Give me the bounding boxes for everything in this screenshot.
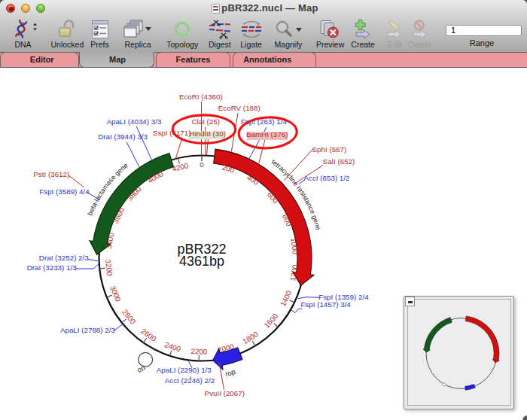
svg-text:3000: 3000 — [108, 284, 123, 303]
svg-text:EcoRV (188): EcoRV (188) — [218, 104, 260, 112]
svg-text:1000: 1000 — [289, 237, 300, 255]
svg-text:2200: 2200 — [190, 347, 208, 356]
svg-text:0: 0 — [200, 160, 204, 169]
svg-text:4200: 4200 — [172, 161, 190, 173]
svg-text:SalI (652): SalI (652) — [323, 157, 355, 166]
svg-text:EcoRI (4360): EcoRI (4360) — [179, 93, 223, 101]
svg-text:SphI (567): SphI (567) — [312, 145, 347, 154]
svg-text:DraI (3252) 2/3: DraI (3252) 2/3 — [39, 254, 89, 262]
svg-text:4361bp: 4361bp — [179, 254, 224, 269]
svg-text:FspI (1457) 3/4: FspI (1457) 3/4 — [300, 300, 351, 309]
svg-text:AccI (2246) 2/2: AccI (2246) 2/2 — [165, 376, 215, 385]
svg-text:HindIII (30): HindIII (30) — [190, 129, 226, 137]
svg-text:PvuII (2067): PvuII (2067) — [205, 388, 245, 397]
svg-text:3200: 3200 — [104, 259, 114, 276]
svg-text:1400: 1400 — [279, 288, 294, 307]
svg-text:AccI (653) 1/2: AccI (653) 1/2 — [304, 174, 350, 182]
svg-text:DraI (3233) 1/3: DraI (3233) 1/3 — [27, 263, 77, 272]
svg-text:FspI (1359) 2/4: FspI (1359) 2/4 — [318, 292, 369, 300]
svg-text:ClaI (25): ClaI (25) — [191, 117, 220, 126]
svg-text:rop: rop — [224, 367, 236, 378]
svg-text:BamHI (376): BamHI (376) — [246, 129, 288, 138]
svg-text:1800: 1800 — [241, 330, 260, 345]
svg-text:FspI (3589) 4/4: FspI (3589) 4/4 — [39, 187, 90, 195]
svg-text:DraI (3944) 3/3: DraI (3944) 3/3 — [98, 132, 148, 141]
svg-text:ApaLI (2788) 2/3: ApaLI (2788) 2/3 — [60, 325, 116, 333]
svg-text:ApaLI (2290) 1/3: ApaLI (2290) 1/3 — [157, 366, 212, 374]
svg-text:2600: 2600 — [139, 327, 158, 343]
svg-text:ApaLI (4034) 3/3: ApaLI (4034) 3/3 — [106, 117, 162, 126]
svg-text:PstI (3612): PstI (3612) — [33, 169, 69, 178]
svg-text:2400: 2400 — [163, 340, 182, 353]
